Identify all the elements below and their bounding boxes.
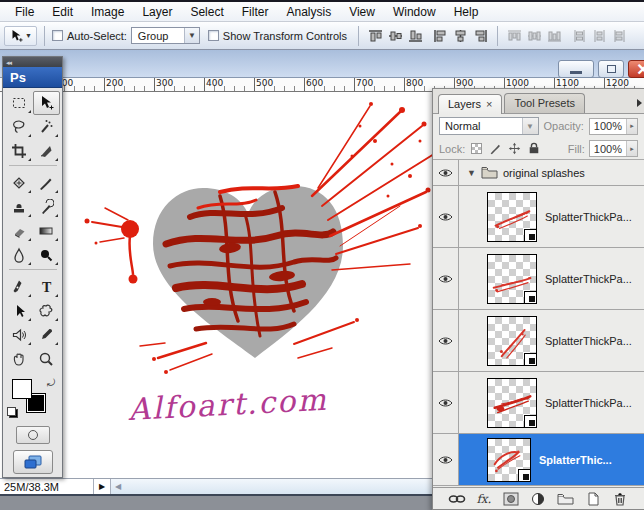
document-window-titlebar[interactable] [0, 50, 644, 78]
lasso-tool[interactable] [6, 115, 33, 139]
new-layer-icon[interactable] [583, 490, 603, 508]
slice-tool[interactable] [33, 139, 60, 163]
status-options-button[interactable]: ▶ [94, 479, 111, 494]
screen-mode-button[interactable] [13, 450, 53, 474]
menu-edit[interactable]: Edit [43, 3, 82, 21]
eyedropper-tool[interactable] [33, 323, 60, 347]
layer-row[interactable]: SplatterThickPa... [433, 248, 644, 310]
menu-filter[interactable]: Filter [233, 3, 278, 21]
distribute-right-edges-button[interactable] [610, 27, 629, 44]
layer-row[interactable]: SplatterThickPa... [433, 310, 644, 372]
layer-row[interactable]: SplatterThickPa... [433, 372, 644, 434]
tab-layers[interactable]: Layers× [438, 94, 502, 114]
menu-file[interactable]: File [6, 3, 43, 21]
blur-tool[interactable] [6, 243, 33, 267]
lock-all-icon[interactable] [526, 142, 541, 156]
pen-tool[interactable] [6, 275, 33, 299]
lock-pixels-icon[interactable] [488, 142, 503, 156]
auto-select-checkbox[interactable] [52, 30, 63, 41]
align-right-edges-button[interactable] [471, 27, 490, 44]
dodge-tool[interactable] [33, 243, 60, 267]
layer-thumbnail[interactable] [487, 254, 537, 304]
layer-row-selected[interactable]: SplatterThic... [433, 434, 644, 486]
ruler-label: 600 [306, 78, 323, 88]
lock-transparency-icon[interactable] [469, 142, 484, 156]
visibility-toggle[interactable] [433, 248, 459, 309]
foreground-color-swatch[interactable] [12, 379, 32, 399]
move-tool[interactable] [33, 91, 60, 115]
history-brush-tool[interactable] [33, 195, 60, 219]
zoom-tool[interactable] [33, 347, 60, 371]
layer-thumbnail[interactable] [487, 378, 537, 428]
rectangular-marquee-tool[interactable] [6, 91, 33, 115]
fill-field[interactable]: 100% ▸ [589, 140, 638, 157]
clone-stamp-tool[interactable] [6, 195, 33, 219]
layer-row[interactable]: SplatterThickPa... [433, 186, 644, 248]
custom-shape-tool[interactable] [33, 299, 60, 323]
healing-brush-tool[interactable] [6, 171, 33, 195]
swap-colors-icon[interactable]: ⤾ [47, 377, 55, 389]
layer-thumbnail[interactable] [487, 438, 531, 482]
adjustment-layer-icon[interactable] [528, 490, 548, 508]
tab-close-icon[interactable]: × [486, 98, 492, 110]
move-tool-preview[interactable]: ▼ [4, 26, 37, 46]
distribute-bottom-edges-button[interactable] [545, 27, 564, 44]
chevron-right-icon[interactable]: ▸ [626, 141, 637, 156]
brush-tool[interactable] [33, 171, 60, 195]
distribute-vertical-centers-button[interactable] [525, 27, 544, 44]
layer-mask-icon[interactable] [501, 490, 521, 508]
hand-tool[interactable] [6, 347, 33, 371]
crop-tool[interactable] [6, 139, 33, 163]
layer-thumbnail[interactable] [487, 316, 537, 366]
default-colors-icon[interactable] [9, 409, 18, 418]
type-tool[interactable]: T [33, 275, 60, 299]
collapse-palette-icon[interactable]: ◂◂ [6, 59, 11, 66]
menu-help[interactable]: Help [445, 3, 488, 21]
auto-select-scope-dropdown[interactable]: Group ▼ [131, 27, 200, 44]
distribute-left-edges-button[interactable] [570, 27, 589, 44]
visibility-toggle[interactable] [433, 310, 459, 371]
minimize-button[interactable] [558, 60, 594, 78]
lock-position-icon[interactable] [507, 142, 522, 156]
quick-mask-mode-button[interactable] [16, 426, 50, 444]
menu-window[interactable]: Window [384, 3, 445, 21]
layer-thumbnail[interactable] [487, 192, 537, 242]
visibility-toggle[interactable] [433, 372, 459, 433]
align-vertical-centers-button[interactable] [386, 27, 405, 44]
path-selection-tool[interactable] [6, 299, 33, 323]
gradient-tool[interactable] [33, 219, 60, 243]
distribute-horizontal-centers-button[interactable] [590, 27, 609, 44]
align-bottom-edges-button[interactable] [406, 27, 425, 44]
menu-select[interactable]: Select [181, 3, 232, 21]
visibility-toggle[interactable] [433, 186, 459, 247]
menu-layer[interactable]: Layer [133, 3, 181, 21]
show-transform-controls-checkbox[interactable] [208, 30, 219, 41]
link-layers-icon[interactable] [447, 490, 467, 508]
align-left-edges-button[interactable] [431, 27, 450, 44]
menu-image[interactable]: Image [82, 3, 133, 21]
disclosure-triangle-icon[interactable]: ▼ [467, 168, 476, 178]
opacity-field[interactable]: 100% ▸ [589, 118, 638, 135]
align-horizontal-centers-button[interactable] [451, 27, 470, 44]
eraser-tool[interactable] [6, 219, 33, 243]
opacity-label: Opacity: [544, 120, 584, 132]
new-group-icon[interactable] [556, 490, 576, 508]
magic-wand-tool[interactable] [33, 115, 60, 139]
tools-palette-titlebar[interactable]: ◂◂ [3, 57, 62, 67]
visibility-toggle[interactable] [433, 434, 459, 485]
maximize-button[interactable] [598, 60, 624, 78]
blend-mode-dropdown[interactable]: Normal ▼ [439, 117, 539, 135]
close-button[interactable]: ✕ [628, 60, 644, 78]
delete-layer-icon[interactable] [610, 490, 630, 508]
distribute-top-edges-button[interactable] [505, 27, 524, 44]
layer-group-row[interactable]: ▼ original splashes [433, 160, 644, 186]
tab-tool-presets[interactable]: Tool Presets [504, 93, 585, 113]
align-top-edges-button[interactable] [366, 27, 385, 44]
menu-view[interactable]: View [340, 3, 384, 21]
panel-menu-icon[interactable] [637, 99, 642, 107]
chevron-right-icon[interactable]: ▸ [626, 119, 637, 134]
visibility-toggle[interactable] [433, 160, 459, 185]
audio-annotation-tool[interactable] [6, 323, 33, 347]
layer-style-icon[interactable]: fx. [474, 490, 494, 508]
menu-analysis[interactable]: Analysis [277, 3, 340, 21]
